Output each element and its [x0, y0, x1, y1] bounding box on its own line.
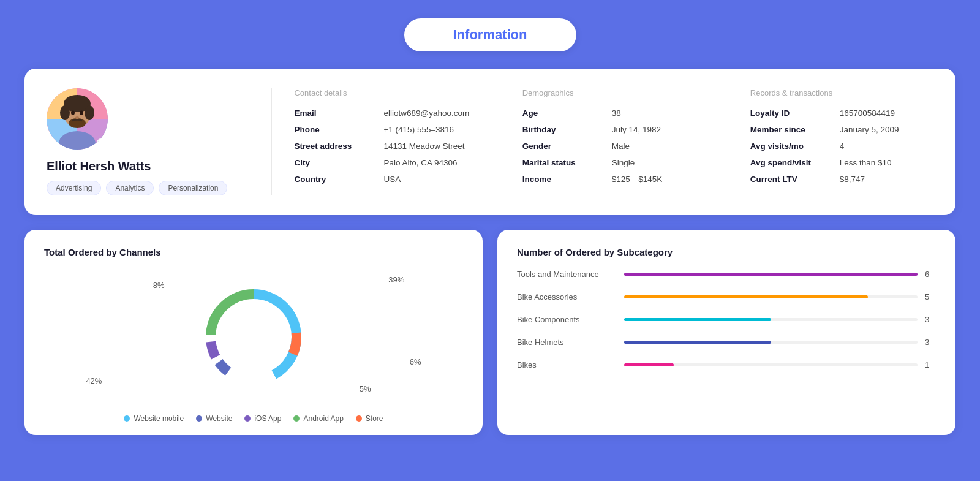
bar-track [624, 318, 918, 321]
divider-demographics [500, 88, 500, 195]
info-value: July 14, 1982 [612, 125, 661, 134]
bar-fill [624, 363, 674, 366]
info-row: Current LTV$8,747 [750, 175, 933, 184]
bar-row: Bike Helmets3 [517, 338, 936, 347]
donut-svg [192, 276, 315, 398]
legend-dot [196, 415, 202, 422]
profile-tag: Analytics [106, 181, 154, 195]
legend-dot [244, 415, 251, 422]
info-row: Income$125—$145K [522, 175, 706, 184]
info-label: Current LTV [750, 175, 830, 184]
legend-dot [356, 415, 362, 422]
bar-count: 6 [925, 270, 936, 279]
info-label: City [294, 158, 374, 167]
online-indicator [97, 138, 105, 147]
info-value: 38 [612, 108, 621, 118]
info-row: Member sinceJanuary 5, 2009 [750, 125, 933, 134]
svg-point-5 [71, 111, 75, 115]
info-label: Phone [294, 125, 374, 134]
bar-label: Tools and Maintenance [517, 270, 624, 279]
page-title-wrap: Information [24, 18, 956, 51]
info-value: January 5, 2009 [840, 125, 899, 134]
legend-item: Store [356, 414, 383, 423]
bar-fill [624, 318, 771, 321]
donut-legend: Website mobileWebsiteiOS AppAndroid AppS… [44, 414, 463, 423]
info-label: Birthday [522, 125, 602, 134]
profile-name: Elliot Hersh Watts [47, 159, 151, 173]
info-label: Income [522, 175, 602, 184]
profile-section: Elliot Hersh Watts AdvertisingAnalyticsP… [47, 88, 249, 195]
bar-track [624, 363, 918, 366]
info-label: Country [294, 175, 374, 184]
bar-track [624, 273, 918, 276]
info-value: Palo Alto, CA 94306 [383, 158, 457, 167]
info-label: Member since [750, 125, 830, 134]
bottom-row: Total Ordered by Channels 8%39%6%5%42% W… [24, 230, 956, 435]
demographics-section: Demographics Age38BirthdayJuly 14, 1982G… [522, 88, 706, 191]
divider-contact [271, 88, 272, 195]
info-value: +1 (415) 555–3816 [383, 125, 453, 134]
svg-point-7 [75, 116, 79, 119]
bar-count: 3 [925, 338, 936, 347]
info-row: CountryUSA [294, 175, 477, 184]
info-row: Marital statusSingle [522, 158, 706, 167]
bar-fill [624, 341, 771, 344]
info-value: USA [383, 175, 401, 184]
records-section: Records & transactions Loyalty ID1657005… [750, 88, 933, 191]
info-row: Street address14131 Meadow Street [294, 142, 477, 151]
info-label: Marital status [522, 158, 602, 167]
profile-tag: Personalization [159, 181, 227, 195]
profile-tags: AdvertisingAnalyticsPersonalization [47, 181, 227, 195]
bar-fill [624, 273, 918, 276]
demographics-fields: Age38BirthdayJuly 14, 1982GenderMaleMari… [522, 108, 706, 184]
donut-percent-label: 5% [360, 384, 371, 393]
info-value: $125—$145K [612, 175, 663, 184]
avatar [47, 88, 108, 150]
donut-chart-title: Total Ordered by Channels [44, 247, 463, 257]
legend-item: Website mobile [124, 414, 184, 423]
records-fields: Loyalty ID165700584419Member sinceJanuar… [750, 108, 933, 184]
info-label: Street address [294, 142, 374, 151]
bar-row: Tools and Maintenance6 [517, 270, 936, 279]
contact-section: Contact details Emailelliotw689@yahoo.co… [294, 88, 477, 191]
info-row: GenderMale [522, 142, 706, 151]
info-label: Gender [522, 142, 602, 151]
legend-item: Android App [293, 414, 343, 423]
info-row: Emailelliotw689@yahoo.com [294, 108, 477, 118]
bar-label: Bikes [517, 360, 624, 369]
legend-label: iOS App [254, 414, 281, 423]
donut-percent-label: 39% [388, 275, 404, 284]
legend-label: Android App [303, 414, 343, 423]
bar-rows: Tools and Maintenance6Bike Accessories5B… [517, 270, 936, 369]
legend-label: Store [366, 414, 383, 423]
info-value: 14131 Meadow Street [383, 142, 464, 151]
legend-dot [124, 415, 130, 422]
bar-row: Bike Components3 [517, 315, 936, 324]
donut-chart-area: 8%39%6%5%42% [44, 270, 463, 404]
donut-chart-card: Total Ordered by Channels 8%39%6%5%42% W… [24, 230, 483, 435]
info-card: Elliot Hersh Watts AdvertisingAnalyticsP… [24, 69, 956, 215]
info-row: Phone+1 (415) 555–3816 [294, 125, 477, 134]
bar-count: 1 [925, 360, 936, 369]
svg-point-2 [60, 105, 70, 120]
donut-percent-label: 6% [410, 357, 421, 366]
info-label: Age [522, 108, 602, 118]
bar-track [624, 295, 918, 298]
info-row: Age38 [522, 108, 706, 118]
info-label: Avg visits/mo [750, 142, 830, 151]
info-value: $8,747 [840, 175, 865, 184]
svg-point-6 [80, 111, 83, 115]
donut-percent-label: 42% [86, 376, 102, 385]
info-label: Loyalty ID [750, 108, 830, 118]
profile-tag: Advertising [47, 181, 101, 195]
demographics-title: Demographics [522, 88, 706, 97]
info-value: Less than $10 [840, 158, 892, 167]
records-title: Records & transactions [750, 88, 933, 97]
info-value: Male [612, 142, 630, 151]
info-row: BirthdayJuly 14, 1982 [522, 125, 706, 134]
info-value: Single [612, 158, 635, 167]
info-value: 165700584419 [840, 108, 895, 118]
bar-fill [624, 295, 868, 298]
info-label: Email [294, 108, 374, 118]
contact-fields: Emailelliotw689@yahoo.comPhone+1 (415) 5… [294, 108, 477, 184]
